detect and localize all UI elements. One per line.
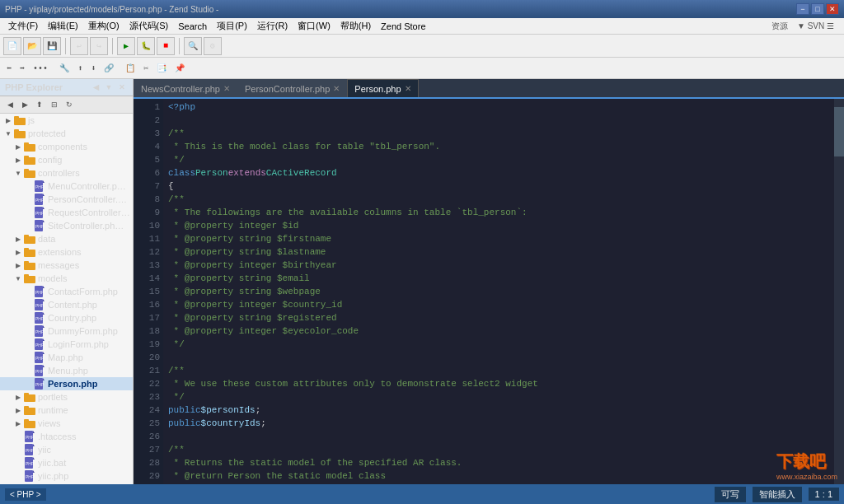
menu-source[interactable]: 源代码(S) [124, 18, 174, 34]
tree-arrow-icon: ▶ [13, 262, 23, 269]
tree-item[interactable]: ▶config [0, 153, 133, 166]
tree-item[interactable]: ▶extensions [0, 245, 133, 259]
tree-item[interactable]: ▶js [0, 114, 133, 127]
svn-label[interactable]: ▼ SVN ☰ [797, 21, 834, 30]
sidebar-close-icon[interactable]: ✕ [116, 82, 128, 93]
tree-item[interactable]: ▶portlets [0, 390, 133, 404]
new-button[interactable]: 📄 [3, 37, 21, 55]
sidebar-up-btn[interactable]: ⬆ [33, 98, 46, 111]
menu-search[interactable]: Search [173, 18, 212, 34]
tab-person-close[interactable]: ✕ [405, 84, 411, 93]
line-number: 18 [134, 324, 160, 338]
tree-item[interactable]: PHPLoginForm.php [0, 338, 133, 351]
tree-file-icon [13, 128, 26, 139]
titlebar: PHP - yiiplay/protected/models/Person.ph… [0, 0, 844, 18]
sidebar-refresh-btn[interactable]: ↻ [63, 98, 76, 111]
menu-edit[interactable]: 编辑(E) [43, 18, 83, 34]
debug-button[interactable]: 🐛 [137, 37, 155, 55]
open-button[interactable]: 📂 [23, 37, 41, 55]
search-button[interactable]: 🔍 [184, 37, 202, 55]
svg-text:PHP: PHP [35, 211, 45, 216]
tree-item[interactable]: PHPPerson.php [0, 377, 133, 390]
tree-item[interactable]: ▶components [0, 140, 133, 153]
settings-button[interactable]: ⚙ [204, 37, 222, 55]
tree-file-icon: PHP [33, 180, 46, 192]
tree-item[interactable]: ▶runtime [0, 404, 133, 417]
tree-item[interactable]: ▶views [0, 417, 133, 430]
tree-item-label: .htaccess [38, 432, 76, 441]
line-number: 2 [134, 114, 160, 127]
undo-button[interactable]: ↩ [70, 37, 88, 55]
vertical-scrollbar[interactable] [834, 99, 844, 484]
tree-item[interactable]: PHPMenuController.p… [0, 180, 133, 193]
tree-item[interactable]: ▶data [0, 232, 133, 245]
line-number: 6 [134, 166, 160, 180]
tree-item[interactable]: PHP.htaccess [0, 430, 133, 443]
tab-person-controller-close[interactable]: ✕ [333, 84, 340, 93]
tree-item[interactable]: ▶messages [0, 259, 133, 272]
tree-item-label: Map.php [48, 352, 83, 362]
secondary-toolbar: ⬅ ➡ ••• 🔧 ⬆ ⬇ 🔗 📋 ✂ 📑 📌 [0, 58, 844, 79]
menu-window[interactable]: 窗口(W) [293, 18, 335, 34]
run-button[interactable]: ▶ [117, 37, 135, 55]
redo-button[interactable]: ↪ [90, 37, 108, 55]
toolbar2-items: ⬅ ➡ ••• 🔧 ⬆ ⬇ 🔗 📋 ✂ 📑 📌 [3, 63, 195, 73]
svg-text:PHP: PHP [35, 329, 45, 334]
tree-item[interactable]: ▼protected [0, 127, 133, 140]
svg-rect-3 [14, 129, 19, 133]
tree-item[interactable]: PHPContent.php [0, 298, 133, 311]
minimize-button[interactable]: − [796, 3, 809, 15]
sidebar-collapse-icon[interactable]: ◀ [90, 82, 101, 93]
tree-item-label: RequestController… [48, 208, 130, 217]
tree-item[interactable]: PHPMenu.php [0, 364, 133, 377]
menu-project[interactable]: 项目(P) [212, 18, 252, 34]
tab-person[interactable]: Person.php ✕ [347, 79, 418, 97]
save-button[interactable]: 💾 [43, 37, 61, 55]
tree-arrow-icon: ▶ [3, 117, 13, 124]
menu-run[interactable]: 运行(R) [252, 18, 293, 34]
tree-item[interactable]: PHPMap.php [0, 351, 133, 364]
tab-person-controller[interactable]: PersonController.php ✕ [237, 79, 347, 97]
tree-item[interactable]: PHPContactForm.php [0, 285, 133, 298]
tree-item-label: DummyForm.php [48, 326, 118, 336]
sidebar-back-btn[interactable]: ◀ [3, 98, 16, 111]
close-button[interactable]: ✕ [826, 3, 839, 15]
tree-file-icon: PHP [23, 444, 36, 455]
menu-file[interactable]: 文件(F) [3, 18, 43, 34]
line-number: 21 [134, 364, 160, 377]
tree-item[interactable]: ▼controllers [0, 166, 133, 180]
tree-item[interactable]: ▼models [0, 272, 133, 285]
stop-button[interactable]: ■ [157, 37, 175, 55]
sidebar-collapse-all-btn[interactable]: ⊟ [48, 98, 61, 111]
tree-file-icon [23, 233, 36, 245]
tree-item[interactable]: PHPCountry.php [0, 311, 133, 324]
sidebar-forward-btn[interactable]: ▶ [18, 98, 31, 111]
tab-news-controller-close[interactable]: ✕ [223, 84, 230, 93]
tree-file-icon: PHP [33, 338, 46, 350]
tab-news-controller[interactable]: NewsController.php ✕ [134, 79, 237, 97]
tree-item[interactable]: PHPyiic.php [0, 469, 133, 483]
tree-item[interactable]: PHPSiteController.ph… [0, 219, 133, 232]
tree-item[interactable]: ▶upload [0, 483, 133, 484]
code-line: * The followings are the available colum… [168, 206, 834, 219]
menu-refactor[interactable]: 重构(O) [83, 18, 124, 34]
tree-item-label: controllers [38, 168, 80, 178]
tree-file-icon [23, 154, 36, 166]
code-line: /** [168, 127, 834, 140]
tree-item[interactable]: PHPRequestController… [0, 206, 133, 219]
tree-file-icon [23, 141, 36, 152]
code-line: public $personIds; [168, 404, 834, 417]
tree-item[interactable]: PHPDummyForm.php [0, 324, 133, 338]
code-editor[interactable]: <?php /** * This is the model class for … [163, 99, 834, 484]
line-number: 9 [134, 206, 160, 219]
sidebar-menu-icon[interactable]: ▼ [103, 82, 115, 93]
menu-help[interactable]: 帮助(H) [335, 18, 376, 34]
tree-file-icon [13, 114, 26, 126]
tree-item[interactable]: PHPyiic.bat [0, 456, 133, 469]
svg-text:PHP: PHP [35, 198, 45, 203]
maximize-button[interactable]: □ [811, 3, 824, 15]
tree-item[interactable]: PHPyiic [0, 443, 133, 456]
scrollbar-thumb[interactable] [834, 107, 844, 156]
tree-item[interactable]: PHPPersonController.… [0, 193, 133, 206]
menu-zend-store[interactable]: Zend Store [376, 18, 430, 34]
